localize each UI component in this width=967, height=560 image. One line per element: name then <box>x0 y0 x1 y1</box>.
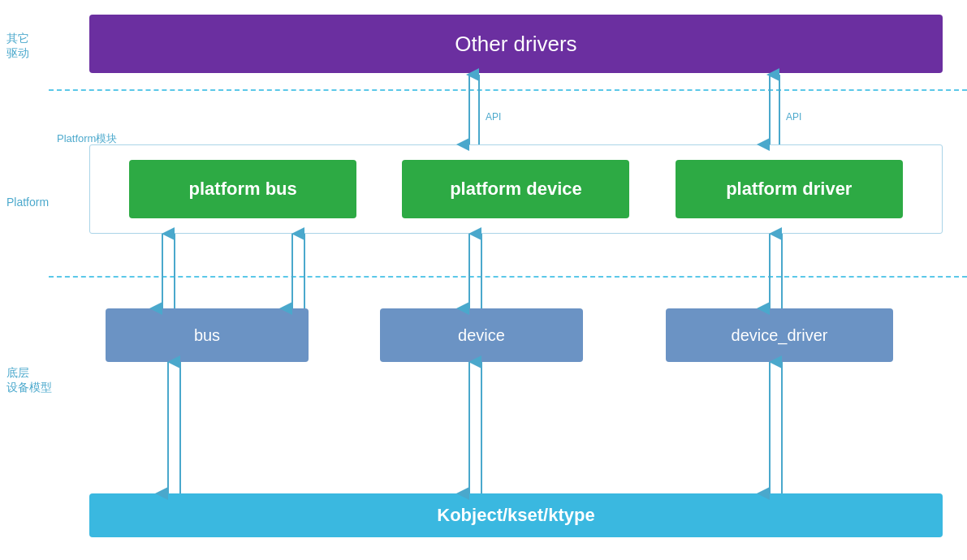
device-box: device <box>380 308 583 362</box>
dashed-line-1 <box>49 89 967 91</box>
platform-boxes-container: platform bus platform device platform dr… <box>89 144 943 234</box>
platform-driver-text: platform driver <box>726 179 852 200</box>
bus-text: bus <box>194 326 220 345</box>
bus-box: bus <box>106 308 309 362</box>
platform-device-box: platform device <box>402 160 629 218</box>
platform-driver-box: platform driver <box>676 160 903 218</box>
arrows-overlay: API API <box>0 0 967 560</box>
api-label-center: API <box>486 111 501 123</box>
platform-device-text: platform device <box>450 179 582 200</box>
dashed-line-2 <box>49 276 967 278</box>
label-other-drivers: 其它 驱动 <box>6 31 29 60</box>
device-text: device <box>458 326 505 345</box>
kobject-text: Kobject/kset/ktype <box>437 505 594 526</box>
kobject-bar: Kobject/kset/ktype <box>89 493 943 537</box>
platform-bus-box: platform bus <box>129 160 356 218</box>
device-driver-box: device_driver <box>666 308 893 362</box>
other-drivers-box: Other drivers <box>89 15 943 73</box>
other-drivers-text: Other drivers <box>455 32 576 57</box>
platform-bus-text: platform bus <box>189 179 297 200</box>
device-driver-text: device_driver <box>732 326 828 345</box>
diagram-container: 其它 驱动 Other drivers Platform Platform模块 … <box>0 0 967 560</box>
label-base: 底层 设备模型 <box>6 365 52 394</box>
label-platform: Platform <box>6 195 49 209</box>
api-label-right: API <box>786 111 801 123</box>
